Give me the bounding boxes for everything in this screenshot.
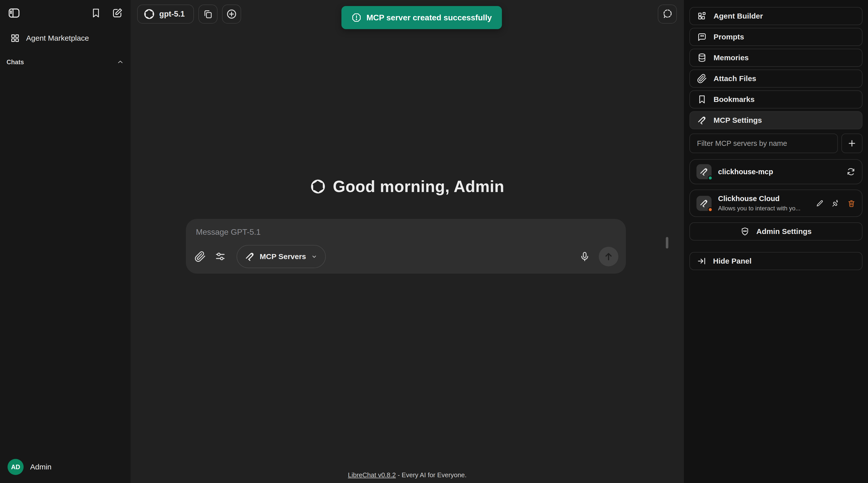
grid-icon — [10, 33, 20, 43]
bookmark-icon — [90, 7, 101, 19]
edit-server-button[interactable] — [816, 199, 824, 207]
version-link[interactable]: LibreChat v0.8.2 — [348, 471, 396, 479]
chat-main-area: gpt-5.1 MCP server create — [131, 0, 684, 483]
mcp-icon — [245, 251, 255, 262]
sliders-icon — [215, 251, 226, 262]
message-input[interactable] — [196, 227, 616, 237]
mcp-icon — [697, 115, 707, 125]
mcp-server-tile — [696, 196, 712, 211]
nav-bookmarks[interactable]: Bookmarks — [689, 90, 863, 108]
voice-input-button[interactable] — [579, 251, 590, 262]
openai-logo-icon — [144, 8, 155, 20]
left-sidebar: Agent Marketplace Chats AD Admin — [0, 0, 131, 483]
model-name: gpt-5.1 — [159, 9, 185, 19]
prompts-icon — [697, 32, 707, 42]
bookmarks-button[interactable] — [90, 7, 101, 19]
refresh-server-button[interactable] — [846, 167, 856, 176]
nav-label: Agent Builder — [714, 12, 763, 20]
nav-agent-builder[interactable]: Agent Builder — [689, 7, 863, 25]
server-name: clickhouse-mcp — [718, 168, 842, 176]
panel-toggle-icon — [7, 6, 21, 20]
toggle-sidebar-button[interactable] — [7, 6, 21, 20]
sidebar-item-agent-marketplace[interactable]: Agent Marketplace — [3, 30, 127, 47]
mcp-filter-row — [689, 134, 863, 153]
chevron-up-icon — [117, 58, 124, 66]
mcp-servers-label: MCP Servers — [260, 252, 306, 261]
hide-panel-label: Hide Panel — [713, 257, 751, 265]
user-name: Admin — [30, 463, 52, 471]
nav-mcp-settings[interactable]: MCP Settings — [689, 111, 863, 129]
greeting: Good morning, Admin — [131, 177, 684, 196]
status-dot-attention — [708, 207, 713, 212]
footer-tagline: - Every AI for Everyone. — [398, 471, 467, 479]
plug-zap-icon — [831, 199, 840, 207]
hide-panel-button[interactable]: Hide Panel — [689, 252, 863, 270]
arrow-up-icon — [603, 251, 614, 262]
refresh-icon — [846, 167, 856, 176]
nav-label: Memories — [714, 54, 749, 62]
chevron-down-icon — [311, 253, 318, 260]
database-icon — [697, 53, 707, 63]
trash-icon — [847, 199, 856, 207]
paperclip-icon — [194, 251, 206, 262]
mcp-filter-input[interactable] — [689, 134, 838, 153]
nav-label: MCP Settings — [714, 116, 762, 125]
add-multi-conversation-button[interactable] — [222, 4, 241, 24]
mcp-server-row-clickhouse-mcp[interactable]: clickhouse-mcp — [689, 159, 863, 184]
scrollbar-thumb[interactable] — [666, 237, 668, 249]
nav-attach-files[interactable]: Attach Files — [689, 69, 863, 88]
server-description: Allows you to interact with yo... — [718, 205, 811, 212]
avatar: AD — [7, 459, 24, 475]
right-side-panel: Agent Builder Prompts Memories A — [684, 0, 868, 483]
nav-label: Bookmarks — [714, 95, 754, 104]
mcp-servers-dropdown[interactable]: MCP Servers — [237, 245, 326, 268]
nav-label: Attach Files — [714, 74, 756, 83]
temporary-chat-button[interactable] — [658, 4, 677, 24]
admin-settings-button[interactable]: Admin Settings — [689, 222, 863, 240]
greeting-text: Good morning, Admin — [333, 177, 504, 196]
sidebar-item-label: Agent Marketplace — [26, 34, 89, 42]
send-button[interactable] — [599, 247, 618, 266]
nav-prompts[interactable]: Prompts — [689, 28, 863, 46]
connect-server-button[interactable] — [831, 199, 840, 207]
toast-notification[interactable]: MCP server created successfully — [341, 6, 502, 29]
plus-icon — [847, 138, 857, 148]
status-dot-connected — [708, 175, 713, 181]
alert-octagon-icon — [351, 12, 362, 23]
microphone-icon — [579, 251, 590, 262]
chats-section-header[interactable]: Chats — [6, 58, 124, 66]
chats-header-label: Chats — [6, 59, 24, 66]
nav-memories[interactable]: Memories — [689, 49, 863, 67]
footer: LibreChat v0.8.2 - Every AI for Everyone… — [131, 471, 684, 479]
copy-icon — [203, 9, 213, 19]
bookmark-icon — [697, 94, 707, 104]
mcp-server-row-clickhouse-cloud[interactable]: Clickhouse Cloud Allows you to interact … — [689, 190, 863, 217]
mcp-server-tile — [696, 164, 712, 179]
avatar-initials: AD — [11, 463, 20, 471]
admin-settings-label: Admin Settings — [756, 227, 811, 236]
nav-label: Prompts — [714, 33, 744, 41]
new-chat-button[interactable] — [112, 7, 123, 19]
temporary-chat-icon — [661, 8, 673, 20]
toast-message: MCP server created successfully — [366, 13, 492, 22]
paperclip-icon — [697, 73, 707, 84]
pencil-icon — [816, 199, 824, 207]
chat-settings-button[interactable] — [215, 251, 226, 262]
composer: MCP Servers — [186, 219, 626, 273]
main-topbar: gpt-5.1 — [137, 4, 241, 24]
shield-icon — [740, 227, 750, 236]
arrow-right-to-line-icon — [697, 256, 707, 266]
agent-builder-icon — [697, 11, 707, 21]
duplicate-conversation-button[interactable] — [198, 4, 217, 24]
attach-file-button[interactable] — [194, 251, 206, 262]
new-chat-icon — [112, 7, 123, 19]
add-mcp-server-button[interactable] — [841, 134, 863, 153]
delete-server-button[interactable] — [847, 199, 856, 207]
server-name: Clickhouse Cloud — [718, 195, 811, 203]
model-selector-button[interactable]: gpt-5.1 — [137, 4, 194, 24]
plus-circle-icon — [226, 8, 237, 20]
user-menu[interactable]: AD Admin — [0, 454, 131, 483]
openai-logo-icon — [310, 179, 326, 194]
